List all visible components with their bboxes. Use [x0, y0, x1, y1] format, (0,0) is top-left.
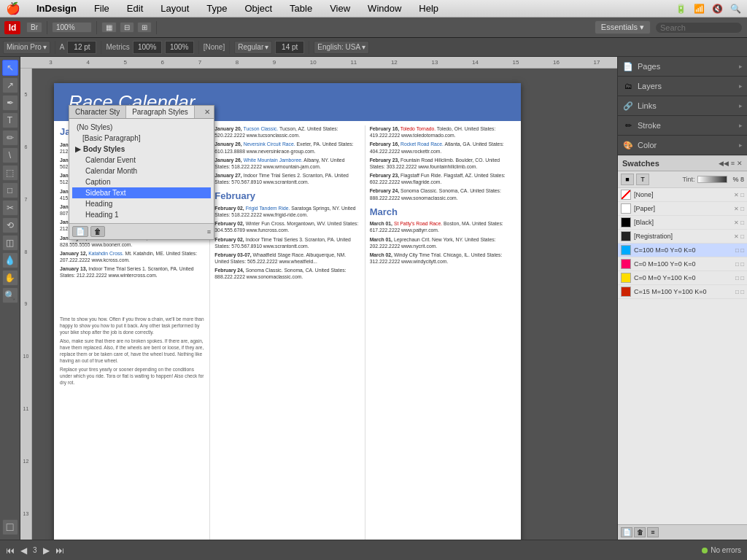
menu-table[interactable]: Table	[285, 1, 317, 15]
none-label: [None]	[204, 43, 225, 51]
swatch-item-paper[interactable]: [Paper] ✕ □	[618, 202, 747, 216]
tint-label: Tint:	[682, 176, 694, 183]
pencil-tool[interactable]: ✏	[2, 130, 18, 146]
hand-tool[interactable]: ✋	[2, 270, 18, 286]
col2-event-2: January 26, Neversink Circuit Race. Exet…	[214, 141, 360, 154]
menu-help[interactable]: Help	[414, 1, 443, 15]
body-styles-group[interactable]: ▶ Body Styles	[72, 144, 211, 155]
selection-tool[interactable]: ↖	[2, 60, 18, 76]
toolbar-sep-3	[156, 21, 157, 34]
pen-tool[interactable]: ✒	[2, 95, 18, 111]
swatches-close-icon[interactable]: ✕	[737, 160, 743, 167]
fill-stroke-icon[interactable]: □	[2, 519, 18, 535]
canvas-area[interactable]: 34567891011121314151617 5678910111213 Ra…	[20, 57, 617, 540]
leading-input[interactable]	[275, 41, 304, 54]
menu-object[interactable]: Object	[241, 1, 277, 15]
language-select[interactable]: English: USA▾	[314, 41, 369, 54]
col3-event-6: March 01, St Patty's Road Race. Boston, …	[370, 220, 515, 233]
swatch-color-btn[interactable]: ■	[621, 174, 634, 185]
swatch-item-red[interactable]: C=15 M=100 Y=100 K=0 □ □	[618, 285, 747, 299]
col1-event-8: January 12, Katahdin Cross. Mt. Katahdin…	[60, 250, 205, 263]
page-nav-last[interactable]: ⏭	[55, 545, 64, 556]
delete-swatch-button[interactable]: 🗑	[634, 527, 646, 537]
view-mode-1[interactable]: ▦	[101, 22, 117, 33]
apple-menu[interactable]: 🍎	[6, 1, 20, 15]
toolbar-search[interactable]	[655, 22, 743, 34]
menu-window[interactable]: Window	[363, 1, 406, 15]
eyedropper-tool[interactable]: 💧	[2, 252, 18, 268]
mac-menubar: 🍎 InDesign File Edit Layout Type Object …	[0, 0, 747, 18]
swatch-icons-cyan: □ □	[735, 247, 744, 254]
links-panel-header[interactable]: 🔗 Links ▸	[618, 96, 747, 115]
bridge-button[interactable]: Br	[26, 22, 42, 33]
gradient-tool[interactable]: ◫	[2, 235, 18, 251]
menu-view[interactable]: View	[325, 1, 355, 15]
swatches-menu-icon[interactable]: ≡	[731, 160, 735, 167]
pages-panel-header[interactable]: 📄 Pages ▸	[618, 57, 747, 76]
tint-bar[interactable]	[697, 176, 727, 183]
swatch-item-registration[interactable]: [Registration] ✕ □	[618, 230, 747, 244]
swatch-color-paper	[621, 203, 631, 214]
stroke-panel-header[interactable]: ✏ Stroke ▸	[618, 116, 747, 135]
color-tools: □	[2, 519, 18, 535]
document-canvas[interactable]: Race Calendar January January 05, Jessup…	[32, 69, 617, 540]
layers-panel-header[interactable]: 🗂 Layers ▸	[618, 77, 747, 96]
style-select[interactable]: Regular▾	[234, 41, 272, 54]
caption-item[interactable]: Caption	[72, 176, 211, 187]
character-styles-tab[interactable]: Character Sty	[69, 106, 126, 118]
color-panel-header[interactable]: 🎨 Color ▸	[618, 136, 747, 155]
page-nav-first[interactable]: ⏮	[6, 545, 15, 556]
paragraph-styles-tab[interactable]: Paragraph Styles	[126, 106, 195, 118]
direct-selection-tool[interactable]: ↗	[2, 77, 18, 93]
scissors-tool[interactable]: ✂	[2, 200, 18, 216]
menu-file[interactable]: File	[90, 1, 114, 15]
font-size-input[interactable]	[67, 41, 96, 54]
doc-col-3: February 16, Toledo Tornado. Toledo, OH.…	[365, 125, 515, 540]
color-icon: 🎨	[622, 139, 634, 151]
swatch-item-black[interactable]: [Black] ✕ □	[618, 216, 747, 230]
scale-input[interactable]	[165, 41, 194, 54]
rect-frame-tool[interactable]: ⬚	[2, 165, 18, 181]
swatch-item-yellow[interactable]: C=0 M=0 Y=100 K=0 □ □	[618, 271, 747, 285]
menu-layout[interactable]: Layout	[156, 1, 193, 15]
font-name-select[interactable]: Minion Pro▾	[3, 41, 50, 54]
view-mode-2[interactable]: ⊟	[120, 22, 134, 33]
current-page[interactable]: 3	[33, 546, 37, 554]
new-style-button[interactable]: 📄	[72, 226, 88, 237]
calendar-month-item[interactable]: Calendar Month	[72, 166, 211, 176]
menu-edit[interactable]: Edit	[123, 1, 147, 15]
page-nav-prev[interactable]: ◀	[20, 545, 27, 556]
swatch-item-cyan[interactable]: C=100 M=0 Y=0 K=0 □ □	[618, 244, 747, 257]
rect-tool[interactable]: □	[2, 182, 18, 198]
swatch-options-button[interactable]: ≡	[647, 527, 659, 537]
search-icon[interactable]: 🔍	[730, 4, 741, 14]
swatch-text-btn[interactable]: T	[636, 174, 649, 185]
panel-close-button[interactable]: ✕	[201, 106, 214, 118]
col3-event-4: February 23, Flagstaff Fun Ride. Flagsta…	[370, 172, 515, 185]
sidebar-text-item[interactable]: Sidebar Text	[72, 187, 211, 198]
stroke-icon: ✏	[622, 120, 634, 131]
essentials-button[interactable]: Essentials ▾	[595, 20, 651, 34]
heading1-item[interactable]: Heading 1	[72, 209, 211, 220]
no-styles-item[interactable]: (No Styles)	[72, 122, 211, 133]
type-tool[interactable]: T	[2, 112, 18, 128]
swatch-item-none[interactable]: [None] ✕ □	[618, 188, 747, 202]
delete-style-button[interactable]: 🗑	[90, 226, 105, 237]
new-swatch-button[interactable]: 📄	[621, 527, 632, 537]
free-transform-tool[interactable]: ⟲	[2, 217, 18, 233]
zoom-select[interactable]: 100%	[52, 22, 92, 33]
zoom-tool[interactable]: 🔍	[2, 287, 18, 303]
basic-paragraph-item[interactable]: [Basic Paragraph]	[72, 133, 211, 144]
calendar-event-item[interactable]: Calendar Event	[72, 155, 211, 166]
tracking-input[interactable]	[133, 41, 162, 54]
panel-menu-icon[interactable]: ≡	[207, 228, 211, 236]
swatch-item-magenta[interactable]: C=0 M=100 Y=0 K=0 □ □	[618, 257, 747, 271]
view-mode-3[interactable]: ⊞	[137, 22, 152, 33]
swatches-expand-icon[interactable]: ◀◀	[719, 160, 729, 167]
doc-col-2: January 20, Tucson Classic. Tucson, AZ. …	[209, 125, 360, 540]
menu-type[interactable]: Type	[202, 1, 231, 15]
page-nav-next[interactable]: ▶	[43, 545, 50, 556]
line-tool[interactable]: \	[2, 147, 18, 163]
heading-item[interactable]: Heading	[72, 198, 211, 209]
swatches-footer: 📄 🗑 ≡	[618, 524, 747, 540]
